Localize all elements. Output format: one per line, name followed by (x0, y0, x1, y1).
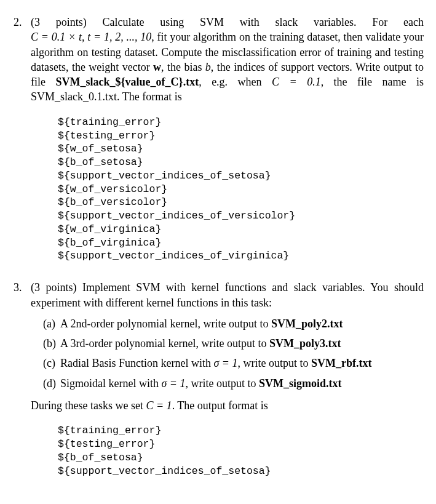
math: σ = 1 (161, 377, 185, 390)
math: C = 0.1 (272, 76, 321, 88)
problem-2-format-block: ${training_error} ${testing_error} ${w_o… (58, 116, 424, 263)
text: , the bias (161, 61, 205, 73)
problem-3-format-block: ${training_error} ${testing_error} ${b_o… (58, 424, 424, 478)
subitem-c: (c) Radial Basis Function kernel with σ … (43, 356, 424, 370)
text: During these tasks we set (31, 399, 146, 412)
text: Calculate using SVM with slack variables… (87, 16, 424, 28)
text: Sigmoidal kernel with (60, 377, 161, 390)
problem-3-after: During these tasks we set C = 1. The out… (31, 398, 424, 413)
text: . The output format is (172, 399, 268, 412)
sub-label: (a) (43, 316, 55, 331)
problem-2-number: 2. (14, 15, 22, 30)
problem-3-subitems: (a) A 2nd-order polynomial kernel, write… (43, 316, 424, 391)
text: , write output to (186, 377, 260, 390)
text: , e.g. when (199, 76, 272, 88)
points-label: (3 points) (31, 281, 76, 294)
subitem-d: (d) Sigmoidal kernel with σ = 1, write o… (43, 376, 424, 391)
problem-3: 3. (3 points) Implement SVM with kernel … (31, 280, 424, 478)
problem-2: 2. (3 points) Calculate using SVM with s… (31, 15, 424, 263)
subitem-a: (a) A 2nd-order polynomial kernel, write… (43, 316, 424, 331)
file-pattern: SVM_slack_${value_of_C}.txt (55, 76, 199, 88)
file: SVM_rbf.txt (311, 357, 371, 369)
file: SVM_sigmoid.txt (259, 377, 342, 390)
points-label: (3 points) (31, 16, 87, 28)
var-b: b (205, 61, 211, 73)
file: SVM_poly3.txt (269, 337, 341, 350)
text: Radial Basis Function kernel with (60, 357, 213, 369)
problem-3-number: 3. (14, 280, 22, 295)
text: A 3rd-order polynomial kernel, write out… (60, 337, 269, 350)
problem-2-text: (3 points) Calculate using SVM with slac… (31, 15, 424, 105)
sub-label: (c) (43, 356, 55, 370)
text: Implement SVM with kernel functions and … (31, 281, 424, 308)
text: , write output to (238, 357, 312, 369)
math: C = 1 (146, 399, 172, 412)
text: A 2nd-order polynomial kernel, write out… (60, 318, 271, 330)
sub-label: (b) (43, 336, 56, 351)
problem-3-text: (3 points) Implement SVM with kernel fun… (31, 280, 424, 310)
file: SVM_poly2.txt (271, 318, 343, 330)
sub-label: (d) (43, 376, 56, 391)
math: C = 0.1 × t, t = 1, 2, ..., 10 (31, 31, 151, 43)
var-w: w (153, 61, 161, 73)
subitem-b: (b) A 3rd-order polynomial kernel, write… (43, 336, 424, 351)
math: σ = 1 (213, 357, 237, 369)
